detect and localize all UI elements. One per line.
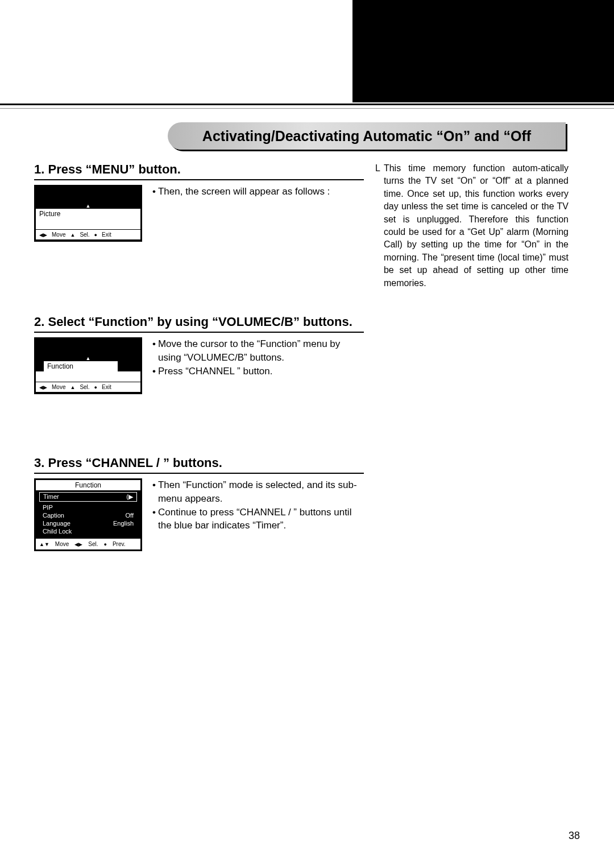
osd3-language-value: English: [113, 520, 134, 527]
step2-row: ▲ Function ◀▶Move ▲Sel. ●Exit •Move the …: [34, 337, 364, 394]
osd1-sel: Sel.: [80, 232, 89, 238]
osd3-caption-label: Caption: [43, 512, 64, 519]
osd2-footer: ◀▶Move ▲Sel. ●Exit: [36, 382, 140, 392]
osd3-row-timer: Timer (▶: [39, 492, 137, 502]
osd3-row-language: Language English: [40, 519, 136, 527]
step1-heading: 1. Press “MENU” button.: [34, 162, 364, 180]
step2-desc1: Move the cursor to the “Function” menu b…: [158, 337, 364, 365]
side-note: L This time memory function autom-atical…: [375, 162, 569, 290]
bullet-icon: •: [152, 506, 156, 533]
header-black-block: [352, 0, 614, 102]
osd2-move: Move: [52, 384, 65, 390]
bullet-icon: •: [152, 478, 156, 506]
bullet-icon: •: [152, 365, 156, 378]
up-icon: ▲: [70, 232, 75, 238]
left-right-icon: ◀▶: [74, 542, 82, 547]
osd3-row-pip: PIP: [40, 503, 136, 511]
step1-text: •Then, the screen will appear as follows…: [152, 185, 364, 199]
bullet-icon: •: [152, 337, 156, 365]
osd3-timer-label: Timer: [43, 493, 59, 501]
osd3-row-caption: Caption Off: [40, 511, 136, 519]
osd3-title: Function: [36, 480, 140, 490]
osd3-sel: Sel.: [88, 541, 98, 547]
osd3-caption-value: Off: [126, 512, 134, 519]
osd1-label: Picture: [36, 209, 140, 219]
up-icon: ▲: [70, 385, 75, 390]
osd3-move: Move: [55, 541, 69, 547]
osd-screen-1: ▲ Picture ◀▶Move ▲Sel. ●Exit: [34, 185, 142, 242]
header-rule-thin: [0, 108, 614, 109]
osd-screen-3: Function Timer (▶ PIP Caption Off Langua…: [34, 478, 142, 551]
osd3-footer: ▲▼Move ◀▶Sel. ●Prev.: [36, 539, 140, 549]
up-arrow-icon: ▲: [36, 355, 140, 361]
osd3-pip-label: PIP: [43, 504, 53, 511]
left-right-icon: ◀▶: [39, 232, 47, 238]
page-number: 38: [569, 830, 580, 842]
osd1-exit: Exit: [102, 232, 111, 238]
step3-text: •Then “Function” mode is selected, and i…: [152, 478, 364, 532]
osd3-row-childlock: Child Lock: [40, 527, 136, 535]
dot-icon: ●: [94, 385, 97, 390]
bullet-icon: •: [152, 185, 156, 199]
header-rule-thick: [0, 104, 614, 105]
step3-heading: 3. Press “CHANNEL / ” buttons.: [34, 456, 364, 474]
osd3-childlock-label: Child Lock: [43, 528, 72, 535]
step2-desc2: Press “CHANNEL ” button.: [158, 365, 273, 378]
up-arrow-icon: ▲: [36, 202, 140, 209]
step3-row: Function Timer (▶ PIP Caption Off Langua…: [34, 478, 364, 551]
step2-heading: 2. Select “Function” by using “VOLUMEC/B…: [34, 315, 364, 333]
step1-row: ▲ Picture ◀▶Move ▲Sel. ●Exit •Then, the …: [34, 185, 364, 242]
note-bullet-glyph: L: [375, 162, 380, 290]
step2-text: •Move the cursor to the “Function” menu …: [152, 337, 364, 378]
left-right-icon: ◀▶: [39, 385, 47, 390]
section-title: Activating/Deactivating Automatic “On” a…: [168, 122, 566, 150]
up-down-icon: ▲▼: [39, 542, 49, 547]
dot-icon: ●: [94, 232, 97, 238]
osd1-footer: ◀▶Move ▲Sel. ●Exit: [36, 229, 140, 239]
step3-desc1: Then “Function” mode is selected, and it…: [158, 478, 364, 506]
step3-desc2: Continue to press “CHANNEL / ” buttons u…: [158, 506, 364, 533]
osd3-prev: Prev.: [113, 541, 126, 547]
section-banner: Activating/Deactivating Automatic “On” a…: [168, 122, 566, 150]
osd2-label: Function: [44, 361, 118, 371]
main-content: 1. Press “MENU” button. ▲ Picture ◀▶Move…: [34, 162, 364, 578]
dot-icon: ●: [104, 542, 107, 547]
osd-screen-2: ▲ Function ◀▶Move ▲Sel. ●Exit: [34, 337, 142, 394]
osd2-exit: Exit: [102, 384, 111, 390]
osd3-timer-value: (▶: [126, 493, 133, 501]
step1-desc: Then, the screen will appear as follows …: [158, 185, 330, 199]
note-text: This time memory function autom-atically…: [384, 162, 569, 290]
osd3-language-label: Language: [43, 520, 70, 527]
osd2-sel: Sel.: [80, 384, 89, 390]
osd1-move: Move: [52, 232, 65, 238]
